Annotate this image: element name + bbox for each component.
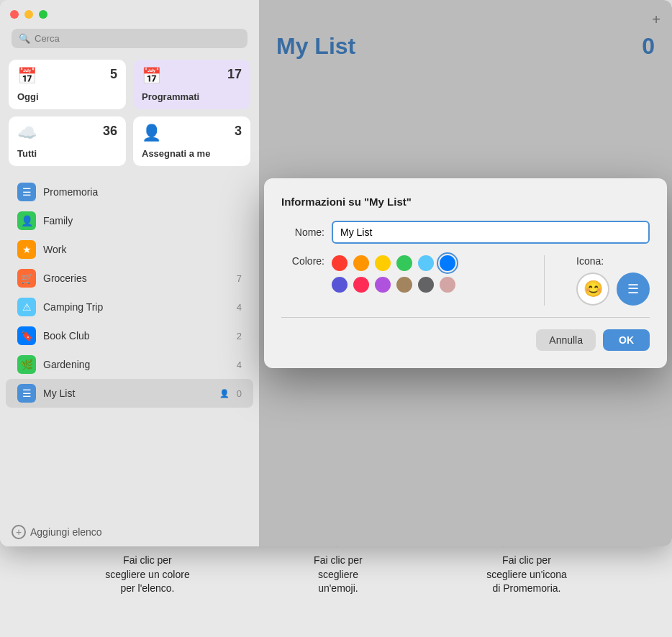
plus-icon: + <box>12 525 26 539</box>
color-section: Colore: <box>281 255 527 306</box>
smart-lists: 5 📅 Oggi 17 📅 Programmati 36 ☁️ Tutti 3 … <box>0 60 259 178</box>
name-row: Nome: <box>281 221 650 244</box>
icon-buttons: 😊 ☰ <box>576 272 650 306</box>
maximize-button[interactable] <box>39 10 47 19</box>
color-row: Colore: <box>281 255 527 298</box>
smart-list-assegnati[interactable]: 3 👤 Assegnati a me <box>133 116 250 166</box>
bookclub-icon: 🔖 <box>17 326 36 345</box>
name-label: Nome: <box>281 226 324 238</box>
color-label: Colore: <box>281 255 324 267</box>
color-purple[interactable] <box>332 277 348 293</box>
annotation-icon-text: Fai clic perscegliere un'iconadi Promemo… <box>486 554 567 594</box>
search-icon: 🔍 <box>19 33 30 44</box>
list-info-modal: Informazioni su "My List" Nome: Colore: <box>264 178 667 368</box>
camping-icon: ⚠ <box>17 298 36 316</box>
annotation-emoji-text: Fai clic perscegliereun'emoji. <box>314 554 363 594</box>
modal-buttons: Annulla OK <box>281 329 650 351</box>
list-item-camping[interactable]: ⚠ Camping Trip 4 <box>6 293 253 321</box>
family-icon: 👤 <box>17 211 36 230</box>
list-item-work[interactable]: ★ Work <box>6 235 253 264</box>
color-orange[interactable] <box>353 255 369 271</box>
assegnati-icon: 👤 <box>142 124 242 142</box>
color-dots-row2 <box>332 277 455 293</box>
traffic-lights <box>10 10 47 19</box>
color-blue[interactable] <box>440 255 455 271</box>
mylist-icon: ☰ <box>17 384 36 403</box>
color-rosegold[interactable] <box>440 277 455 293</box>
modal-overlay: Informazioni su "My List" Nome: Colore: <box>259 0 672 546</box>
ok-button[interactable]: OK <box>603 329 650 351</box>
oggi-icon: 📅 <box>17 67 117 86</box>
list-item-bookclub[interactable]: 🔖 Book Club 2 <box>6 321 253 350</box>
annotation-color-text: Fai clic perscegliere un coloreper l'ele… <box>105 554 190 594</box>
annotation-icon: Fai clic perscegliere un'iconadi Promemo… <box>486 554 567 596</box>
color-green[interactable] <box>396 255 412 271</box>
promemoria-icon: ☰ <box>17 183 36 201</box>
list-item-groceries[interactable]: 🛒 Groceries 7 <box>6 264 253 293</box>
sidebar: 🔍 5 📅 Oggi 17 📅 Programmati 36 ☁️ Tutti … <box>0 0 259 546</box>
color-icon-row: Colore: <box>281 255 650 306</box>
divider <box>544 255 545 306</box>
color-darkgray[interactable] <box>418 277 434 293</box>
list-icon-button[interactable]: ☰ <box>617 272 650 306</box>
modal-title: Informazioni su "My List" <box>281 196 650 208</box>
close-button[interactable] <box>10 10 19 19</box>
smart-list-tutti[interactable]: 36 ☁️ Tutti <box>9 116 126 166</box>
color-red[interactable] <box>332 255 348 271</box>
search-input[interactable] <box>35 33 240 44</box>
annotation-area: Fai clic perscegliere un coloreper l'ele… <box>0 546 672 637</box>
name-input[interactable] <box>332 221 650 244</box>
color-magenta[interactable] <box>375 277 391 293</box>
icon-section: Icona: 😊 ☰ <box>576 255 650 306</box>
work-icon: ★ <box>17 240 36 259</box>
annotation-color: Fai clic perscegliere un coloreper l'ele… <box>105 554 190 596</box>
color-pink[interactable] <box>353 277 369 293</box>
color-yellow[interactable] <box>375 255 391 271</box>
minimize-button[interactable] <box>24 10 33 19</box>
add-list-button[interactable]: + Aggiungi elenco <box>0 518 259 546</box>
smart-list-programmati[interactable]: 17 📅 Programmati <box>133 60 250 109</box>
gardening-icon: 🌿 <box>17 355 36 374</box>
annotation-emoji: Fai clic perscegliereun'emoji. <box>314 554 363 596</box>
main-content: + My List 0 Informazioni su "My List" No… <box>259 0 672 546</box>
list-item-mylist[interactable]: ☰ My List 👤 0 <box>6 379 253 408</box>
user-lists: ☰ Promemoria 👤 Family ★ Work 🛒 Groceries… <box>0 178 259 408</box>
smart-list-oggi[interactable]: 5 📅 Oggi <box>9 60 126 109</box>
emoji-picker-button[interactable]: 😊 <box>576 272 609 306</box>
list-item-family[interactable]: 👤 Family <box>6 206 253 235</box>
cancel-button[interactable]: Annulla <box>536 329 596 351</box>
shared-icon: 👤 <box>219 389 230 398</box>
color-dots-row1 <box>332 255 455 271</box>
app-window: 🔍 5 📅 Oggi 17 📅 Programmati 36 ☁️ Tutti … <box>0 0 672 546</box>
list-item-promemoria[interactable]: ☰ Promemoria <box>6 178 253 206</box>
list-item-gardening[interactable]: 🌿 Gardening 4 <box>6 350 253 379</box>
icon-label: Icona: <box>576 255 604 267</box>
color-lightblue[interactable] <box>418 255 434 271</box>
modal-divider <box>281 317 650 318</box>
groceries-icon: 🛒 <box>17 269 36 288</box>
color-brown[interactable] <box>396 277 412 293</box>
search-bar[interactable]: 🔍 <box>12 29 248 48</box>
color-options <box>332 255 455 298</box>
